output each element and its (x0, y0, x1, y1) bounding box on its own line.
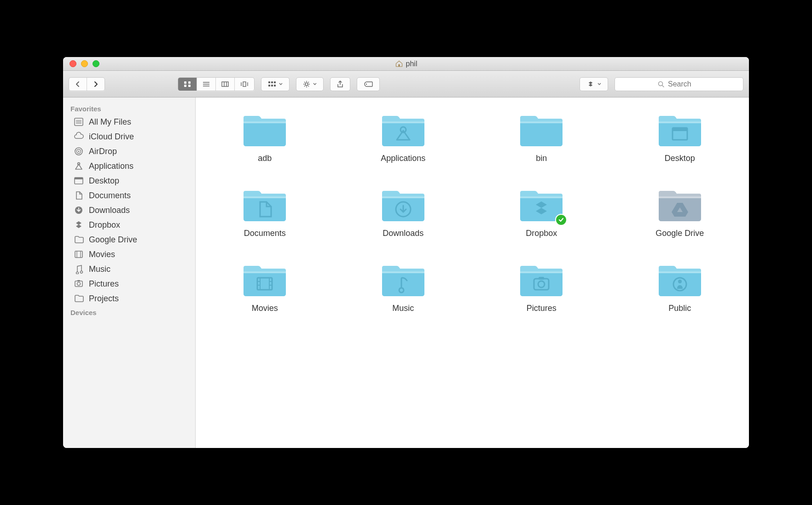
sidebar-item-label: Downloads (89, 206, 130, 215)
cloud-icon (73, 132, 84, 142)
documents-icon (73, 190, 84, 201)
view-column-button[interactable] (216, 78, 235, 91)
folder-item-pictures[interactable]: Pictures (518, 261, 564, 313)
item-label: Dropbox (526, 229, 557, 238)
folder-icon (657, 186, 703, 224)
sidebar-item-label: Documents (89, 191, 131, 201)
share-icon (337, 80, 343, 88)
view-mode-buttons (178, 77, 255, 91)
sidebar-item-applications[interactable]: Applications (63, 159, 195, 173)
sidebar-item-google-drive[interactable]: Google Drive (63, 232, 195, 247)
item-label: Google Drive (655, 229, 704, 238)
forward-button[interactable] (87, 78, 104, 91)
sidebar-item-label: All My Files (89, 117, 131, 127)
dropbox-toolbar-button[interactable] (580, 77, 608, 91)
chevron-left-icon (75, 81, 81, 87)
svg-rect-47 (268, 81, 270, 83)
folder-item-google-drive[interactable]: Google Drive (655, 186, 704, 238)
sidebar-item-desktop[interactable]: Desktop (63, 173, 195, 188)
folder-item-bin[interactable]: bin (518, 111, 564, 163)
titlebar[interactable]: phil (63, 57, 749, 71)
downloads-icon (73, 205, 84, 215)
zoom-button[interactable] (93, 60, 99, 67)
sidebar-item-music[interactable]: Music (63, 262, 195, 276)
arrange-icon (268, 81, 276, 87)
applications-icon (73, 161, 84, 171)
sidebar-item-label: Dropbox (89, 220, 120, 230)
item-label: Movies (252, 304, 278, 313)
tags-button[interactable] (357, 77, 380, 91)
svg-point-62 (366, 83, 367, 84)
folder-icon (380, 261, 426, 299)
item-label: Downloads (383, 229, 423, 238)
view-coverflow-button[interactable] (235, 78, 254, 91)
item-label: Documents (244, 229, 286, 238)
airdrop-icon (73, 146, 84, 156)
svg-rect-50 (268, 85, 270, 86)
list-icon (203, 81, 210, 87)
sidebar-item-movies[interactable]: Movies (63, 247, 195, 262)
arrange-button[interactable] (261, 77, 290, 91)
folder-item-applications[interactable]: Applications (380, 111, 426, 163)
svg-rect-49 (274, 81, 276, 83)
grid-icon (184, 81, 191, 87)
view-list-button[interactable] (197, 78, 216, 91)
chevron-down-icon (313, 83, 317, 86)
search-field[interactable] (615, 77, 743, 91)
sidebar-item-label: Movies (89, 250, 115, 259)
item-label: Desktop (665, 154, 695, 163)
toolbar (63, 71, 749, 98)
folder-icon (518, 111, 564, 149)
sidebar-item-label: Applications (89, 161, 133, 171)
svg-line-61 (308, 82, 309, 83)
sidebar-section-header: Devices (63, 306, 195, 318)
folder-item-public[interactable]: Public (657, 261, 703, 313)
folder-item-documents[interactable]: Documents (242, 186, 288, 238)
dropbox-icon (586, 80, 595, 88)
icon-grid: adbApplicationsbinDesktopDocumentsDownlo… (214, 111, 731, 313)
dropbox-icon (73, 220, 84, 230)
svg-line-64 (662, 86, 664, 87)
folder-item-dropbox[interactable]: Dropbox (518, 186, 564, 238)
search-input[interactable] (668, 80, 700, 88)
sidebar-item-documents[interactable]: Documents (63, 188, 195, 203)
folder-icon (657, 261, 703, 299)
sidebar-item-label: Google Drive (89, 235, 137, 245)
sidebar-item-all-my-files[interactable]: All My Files (63, 115, 195, 129)
folder-item-movies[interactable]: Movies (242, 261, 288, 313)
sidebar: FavoritesAll My FilesiCloud DriveAirDrop… (63, 98, 196, 448)
back-button[interactable] (69, 78, 87, 91)
folder-item-music[interactable]: Music (380, 261, 426, 313)
gear-icon (303, 80, 310, 88)
folder-item-adb[interactable]: adb (242, 111, 288, 163)
window-body: FavoritesAll My FilesiCloud DriveAirDrop… (63, 98, 749, 448)
svg-rect-34 (184, 81, 186, 84)
folder-icon (73, 293, 84, 304)
folder-icon (73, 235, 84, 245)
coverflow-icon (240, 81, 249, 87)
sidebar-item-projects[interactable]: Projects (63, 291, 195, 306)
folder-item-desktop[interactable]: Desktop (657, 111, 703, 163)
sidebar-item-dropbox[interactable]: Dropbox (63, 218, 195, 232)
close-button[interactable] (70, 60, 76, 67)
sidebar-item-airdrop[interactable]: AirDrop (63, 144, 195, 159)
action-button[interactable] (296, 77, 324, 91)
svg-rect-52 (274, 85, 276, 86)
sidebar-item-label: iCloud Drive (89, 132, 134, 142)
minimize-button[interactable] (81, 60, 88, 67)
sidebar-item-label: Projects (89, 294, 119, 304)
item-label: adb (258, 154, 272, 163)
sidebar-item-icloud-drive[interactable]: iCloud Drive (63, 129, 195, 144)
folder-item-downloads[interactable]: Downloads (380, 186, 426, 238)
chevron-down-icon (597, 83, 601, 86)
sidebar-item-downloads[interactable]: Downloads (63, 203, 195, 218)
sidebar-item-pictures[interactable]: Pictures (63, 276, 195, 291)
folder-icon (518, 261, 564, 299)
home-icon (395, 60, 403, 68)
movies-icon (73, 249, 84, 259)
share-button[interactable] (330, 77, 350, 91)
svg-point-63 (659, 81, 663, 86)
music-icon (73, 264, 84, 274)
content-area[interactable]: adbApplicationsbinDesktopDocumentsDownlo… (196, 98, 749, 448)
view-icon-button[interactable] (178, 78, 197, 91)
